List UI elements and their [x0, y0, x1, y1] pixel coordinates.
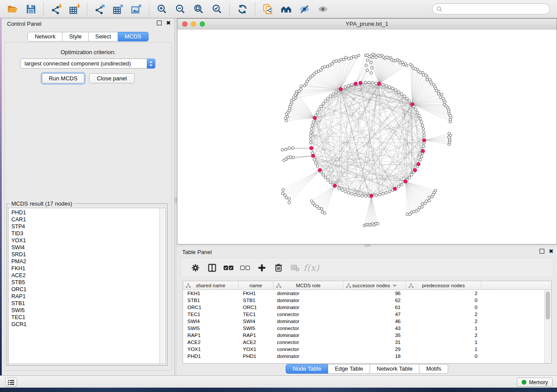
list-item[interactable]: TID3	[9, 230, 159, 237]
search-input[interactable]	[445, 5, 546, 13]
zoom-out-button[interactable]	[173, 1, 188, 17]
tab-style[interactable]: Style	[62, 32, 89, 41]
tab-mcds[interactable]: MCDS	[118, 32, 148, 41]
table-row[interactable]: SWI5SWI5connector431	[183, 325, 551, 332]
show-all-button[interactable]	[315, 1, 331, 17]
list-item[interactable]: TEC1	[9, 314, 159, 321]
list-item[interactable]: YOX1	[9, 237, 159, 244]
tab-select[interactable]: Select	[89, 32, 118, 41]
list-item[interactable]: PMA2	[9, 258, 159, 265]
dominator-node[interactable]	[318, 168, 322, 172]
export-network-button[interactable]	[92, 1, 108, 17]
column-header-name[interactable]: name	[239, 281, 273, 289]
list-item[interactable]: CAR1	[9, 216, 159, 223]
zoom-in-button[interactable]	[154, 1, 170, 17]
hide-selected-button[interactable]	[297, 1, 312, 17]
function-builder-button[interactable]: f(x)	[306, 262, 317, 273]
list-item[interactable]: SRD1	[9, 251, 159, 258]
list-item[interactable]: RAP1	[9, 293, 159, 300]
table-row[interactable]: FKH1FKH1dominator962	[183, 290, 551, 297]
list-item[interactable]: STB1	[9, 300, 159, 307]
float-panel-icon[interactable]	[540, 249, 544, 254]
list-item[interactable]: SWI5	[9, 307, 159, 314]
tab-motifs[interactable]: Motifs	[419, 364, 448, 374]
tab-network-table[interactable]: Network Table	[370, 364, 419, 374]
network-window-titlebar[interactable]: YPA_prune.txt_1	[177, 19, 557, 30]
list-item[interactable]: SWI4	[9, 244, 159, 251]
table-scrollbar[interactable]	[544, 290, 551, 363]
list-scrollbar[interactable]	[159, 208, 166, 364]
dominator-node[interactable]	[377, 82, 381, 86]
table-row[interactable]: RAP1RAP1dominator352	[183, 332, 551, 339]
list-item[interactable]: STB5	[9, 279, 159, 286]
run-mcds-button[interactable]: Run MCDS	[42, 73, 84, 83]
import-network-button[interactable]	[48, 1, 64, 17]
list-item[interactable]: GCR1	[9, 321, 159, 328]
table-row[interactable]: PHD1PHD1dominator180	[183, 353, 551, 360]
zoom-selected-button[interactable]	[209, 1, 225, 17]
export-image-button[interactable]	[129, 1, 145, 17]
add-column-button[interactable]	[256, 262, 267, 273]
dominator-node[interactable]	[313, 116, 316, 120]
column-header-shared-name[interactable]: shared name	[183, 281, 239, 289]
column-header-predecessor-nodes[interactable]: predecessor nodes	[406, 281, 481, 289]
first-neighbors-button[interactable]	[278, 1, 294, 17]
dominator-node[interactable]	[370, 194, 373, 198]
float-panel-icon[interactable]	[157, 21, 162, 25]
close-panel-icon[interactable]: ✖	[549, 249, 554, 254]
table-row[interactable]: YOX1YOX1connector291	[183, 346, 551, 353]
open-file-button[interactable]	[5, 1, 21, 17]
toggle-column-panel-button[interactable]	[207, 262, 217, 273]
table-row[interactable]: STB1STB1dominator620	[183, 297, 551, 304]
dominator-node[interactable]	[354, 82, 357, 86]
network-graph[interactable]	[177, 30, 557, 244]
dominator-node[interactable]	[310, 146, 313, 150]
deselect-all-rows-button[interactable]	[240, 262, 250, 273]
memory-button[interactable]: Memory	[517, 378, 553, 387]
network-canvas[interactable]	[177, 30, 557, 244]
dominator-node[interactable]	[333, 184, 336, 187]
tab-edge-table[interactable]: Edge Table	[328, 364, 370, 374]
close-panel-button[interactable]: Close panel	[89, 73, 135, 83]
dominator-node[interactable]	[422, 138, 426, 142]
column-header-mcds-role[interactable]: MCDS role	[273, 281, 343, 289]
dominator-node[interactable]	[417, 162, 420, 166]
export-table-button[interactable]	[111, 1, 126, 17]
cell-name: TEC1	[239, 311, 273, 318]
list-item[interactable]: PHD1	[9, 209, 159, 216]
apply-layout-button[interactable]	[235, 1, 250, 17]
duplicate-network-button[interactable]	[260, 1, 276, 17]
tab-network[interactable]: Network	[28, 32, 62, 41]
select-all-rows-button[interactable]	[223, 262, 234, 273]
delete-columns-button[interactable]	[273, 262, 284, 273]
save-session-button[interactable]	[23, 1, 39, 17]
delete-table-button[interactable]	[290, 262, 300, 273]
table-row[interactable]: ORC1ORC1dominator610	[183, 304, 551, 311]
cell-successor-nodes: 31	[343, 339, 406, 346]
optimization-criterion-select[interactable]: largest connected component (undirected)	[20, 58, 156, 69]
list-item[interactable]: ACE2	[9, 272, 159, 279]
table-row[interactable]: ACE2ACE2connector311	[183, 339, 551, 346]
dominator-node[interactable]	[410, 103, 414, 106]
dominator-node[interactable]	[339, 87, 343, 91]
dominator-node[interactable]	[421, 149, 425, 153]
dominator-node[interactable]	[359, 81, 362, 85]
table-row[interactable]: TEC1TEC1connector472	[183, 311, 551, 318]
tab-node-table[interactable]: Node Table	[286, 364, 329, 374]
list-item[interactable]: STP4	[9, 223, 159, 230]
dominator-node[interactable]	[413, 168, 417, 172]
zoom-fit-button[interactable]	[191, 1, 207, 17]
scrollbar-thumb[interactable]	[546, 292, 550, 320]
close-panel-icon[interactable]: ✖	[166, 21, 171, 25]
dominator-node[interactable]	[311, 154, 315, 158]
column-header-successor-nodes[interactable]: successor nodes	[343, 281, 406, 289]
list-item[interactable]: ORC1	[9, 286, 159, 293]
dominator-node[interactable]	[404, 180, 407, 183]
table-row[interactable]: SWI4SWI4dominator462	[183, 318, 551, 325]
import-table-button[interactable]	[67, 1, 83, 17]
search-field[interactable]	[432, 3, 550, 14]
column-settings-button[interactable]	[190, 262, 201, 273]
list-item[interactable]: FKH1	[9, 265, 159, 272]
dominator-node[interactable]	[393, 187, 397, 191]
task-history-button[interactable]	[5, 378, 17, 387]
